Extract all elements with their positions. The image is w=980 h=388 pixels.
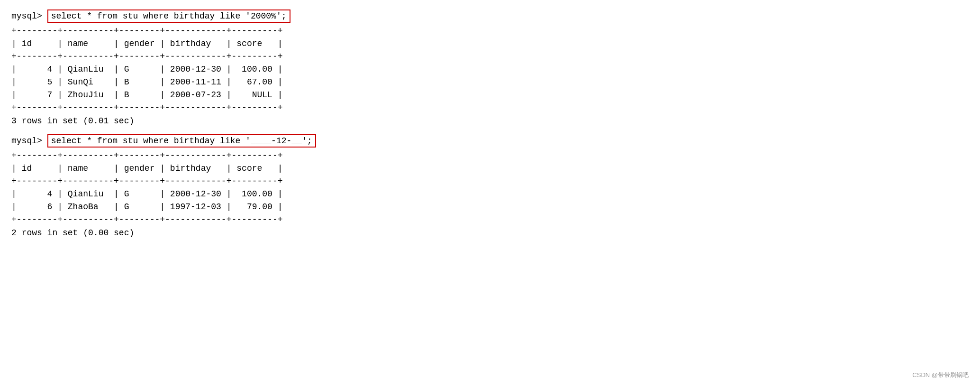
command-box-2: select * from stu where birthday like '_… [47,134,316,148]
command-line-1: mysql> select * from stu where birthday … [11,9,969,23]
table-output-1: +--------+----------+--------+----------… [11,25,969,114]
command-line-2: mysql> select * from stu where birthday … [11,134,969,148]
result-summary-1: 3 rows in set (0.01 sec) [11,116,969,126]
result-summary-2: 2 rows in set (0.00 sec) [11,228,969,238]
command-box-1: select * from stu where birthday like '2… [47,9,290,23]
watermark: CSDN @带带刷锅吧 [912,371,969,379]
table-output-2: +--------+----------+--------+----------… [11,149,969,226]
prompt-1: mysql> [11,11,47,21]
prompt-2: mysql> [11,136,47,146]
query-block-1: mysql> select * from stu where birthday … [11,9,969,126]
query-block-2: mysql> select * from stu where birthday … [11,134,969,238]
